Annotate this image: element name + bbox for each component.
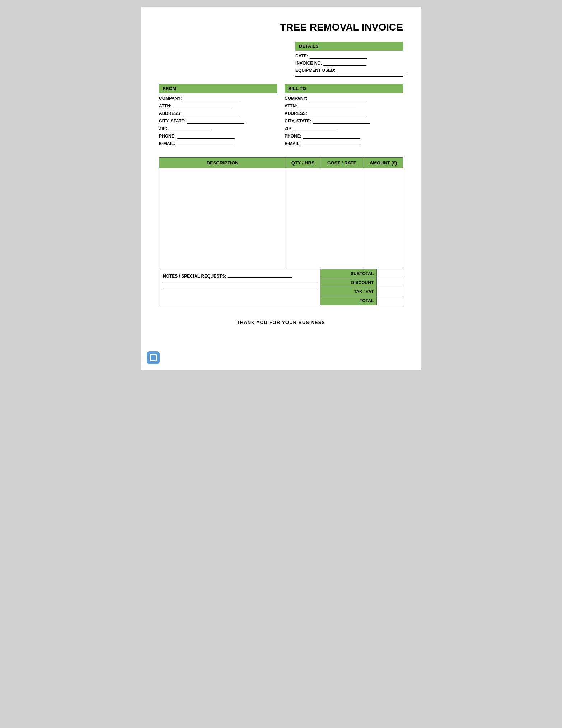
billto-attn-field[interactable] [299, 103, 356, 108]
cost-cell[interactable] [320, 168, 364, 269]
from-company-field[interactable] [183, 96, 241, 101]
notes-rule-2 [163, 289, 317, 289]
billto-address-line: ADDRESS: [285, 111, 403, 116]
col-header-amount: AMOUNT ($) [364, 158, 403, 168]
billto-company-label: COMPANY: [285, 96, 308, 101]
page-title: TREE REMOVAL INVOICE [159, 22, 403, 33]
from-citystate-field[interactable] [187, 119, 244, 124]
from-attn-line: ATTN: [159, 103, 277, 108]
subtotal-value[interactable] [377, 269, 403, 278]
billto-company-line: COMPANY: [285, 96, 403, 101]
billto-citystate-line: CITY, STATE: [285, 119, 403, 124]
from-header: FROM [159, 84, 277, 93]
billto-company-field[interactable] [309, 96, 366, 101]
details-section: DETAILS DATE: INVOICE NO. EQUIPMENT USED… [295, 42, 403, 77]
from-email-label: E-MAIL: [159, 141, 175, 146]
billto-phone-label: PHONE: [285, 134, 301, 139]
details-header: DETAILS [295, 42, 403, 51]
equipment-field[interactable] [337, 68, 405, 73]
billto-email-line: E-MAIL: [285, 141, 403, 146]
discount-value[interactable] [377, 278, 403, 287]
from-phone-line: PHONE: [159, 134, 277, 139]
invoice-line: INVOICE NO. [295, 61, 403, 66]
notes-section: NOTES / SPECIAL REQUESTS: [159, 269, 320, 305]
billto-email-label: E-MAIL: [285, 141, 301, 146]
qty-cell[interactable] [286, 168, 320, 269]
from-zip-line: ZIP: [159, 126, 277, 131]
billto-zip-field[interactable] [294, 126, 337, 131]
from-billto-section: FROM COMPANY: ATTN: ADDRESS: CITY, STATE… [159, 84, 403, 149]
tax-value[interactable] [377, 287, 403, 296]
equipment-line: EQUIPMENT USED: [295, 68, 403, 73]
col-header-cost: COST / RATE [320, 158, 364, 168]
line-items-table: DESCRIPTION QTY / HRS COST / RATE AMOUNT… [159, 157, 403, 269]
from-citystate-label: CITY, STATE: [159, 119, 186, 124]
equipment-label: EQUIPMENT USED: [295, 68, 336, 73]
table-row [159, 168, 403, 269]
notes-rule-1 [163, 284, 317, 284]
notes-line: NOTES / SPECIAL REQUESTS: [163, 273, 317, 279]
discount-label: DISCOUNT [320, 278, 376, 287]
from-address-line: ADDRESS: [159, 111, 277, 116]
from-attn-label: ATTN: [159, 103, 172, 108]
discount-row: DISCOUNT [320, 278, 403, 287]
tax-label: TAX / VAT [320, 287, 376, 296]
billto-address-field[interactable] [309, 111, 366, 116]
thank-you-text: THANK YOU FOR YOUR BUSINESS [159, 320, 403, 325]
app-icon-inner [150, 354, 157, 361]
from-phone-field[interactable] [177, 134, 235, 139]
bottom-section: NOTES / SPECIAL REQUESTS: SUBTOTAL DISCO… [159, 269, 403, 305]
app-icon [147, 351, 160, 364]
extra-line [295, 76, 403, 77]
from-email-line: E-MAIL: [159, 141, 277, 146]
from-address-field[interactable] [183, 111, 240, 116]
description-cell[interactable] [159, 168, 286, 269]
total-label: TOTAL [320, 296, 376, 305]
billto-email-field[interactable] [302, 141, 360, 146]
from-citystate-line: CITY, STATE: [159, 119, 277, 124]
notes-field[interactable] [228, 273, 292, 278]
notes-label: NOTES / SPECIAL REQUESTS: [163, 274, 226, 279]
from-address-label: ADDRESS: [159, 111, 182, 116]
total-value[interactable] [377, 296, 403, 305]
billto-zip-label: ZIP: [285, 126, 293, 131]
col-header-description: DESCRIPTION [159, 158, 286, 168]
tax-row: TAX / VAT [320, 287, 403, 296]
billto-phone-field[interactable] [303, 134, 360, 139]
invoice-label: INVOICE NO. [295, 61, 322, 66]
invoice-page: TREE REMOVAL INVOICE DETAILS DATE: INVOI… [141, 7, 421, 370]
billto-attn-label: ATTN: [285, 103, 297, 108]
date-label: DATE: [295, 54, 308, 59]
from-phone-label: PHONE: [159, 134, 176, 139]
date-field[interactable] [310, 54, 367, 59]
amount-cell[interactable] [364, 168, 403, 269]
billto-zip-line: ZIP: [285, 126, 403, 131]
invoice-field[interactable] [323, 61, 366, 66]
date-line: DATE: [295, 54, 403, 59]
billto-attn-line: ATTN: [285, 103, 403, 108]
from-zip-field[interactable] [169, 126, 212, 131]
summary-table: SUBTOTAL DISCOUNT TAX / VAT TOTAL [320, 269, 403, 305]
total-row: TOTAL [320, 296, 403, 305]
billto-header: BILL TO [285, 84, 403, 93]
from-email-field[interactable] [177, 141, 234, 146]
billto-address-label: ADDRESS: [285, 111, 307, 116]
from-attn-field[interactable] [173, 103, 230, 108]
from-section: FROM COMPANY: ATTN: ADDRESS: CITY, STATE… [159, 84, 277, 149]
subtotal-row: SUBTOTAL [320, 269, 403, 278]
col-header-qty: QTY / HRS [286, 158, 320, 168]
subtotal-label: SUBTOTAL [320, 269, 376, 278]
billto-section: BILL TO COMPANY: ATTN: ADDRESS: CITY, ST… [285, 84, 403, 149]
billto-phone-line: PHONE: [285, 134, 403, 139]
from-company-label: COMPANY: [159, 96, 182, 101]
billto-citystate-label: CITY, STATE: [285, 119, 311, 124]
billto-citystate-field[interactable] [313, 119, 370, 124]
from-zip-label: ZIP: [159, 126, 167, 131]
from-company-line: COMPANY: [159, 96, 277, 101]
summary-section: SUBTOTAL DISCOUNT TAX / VAT TOTAL [320, 269, 403, 305]
